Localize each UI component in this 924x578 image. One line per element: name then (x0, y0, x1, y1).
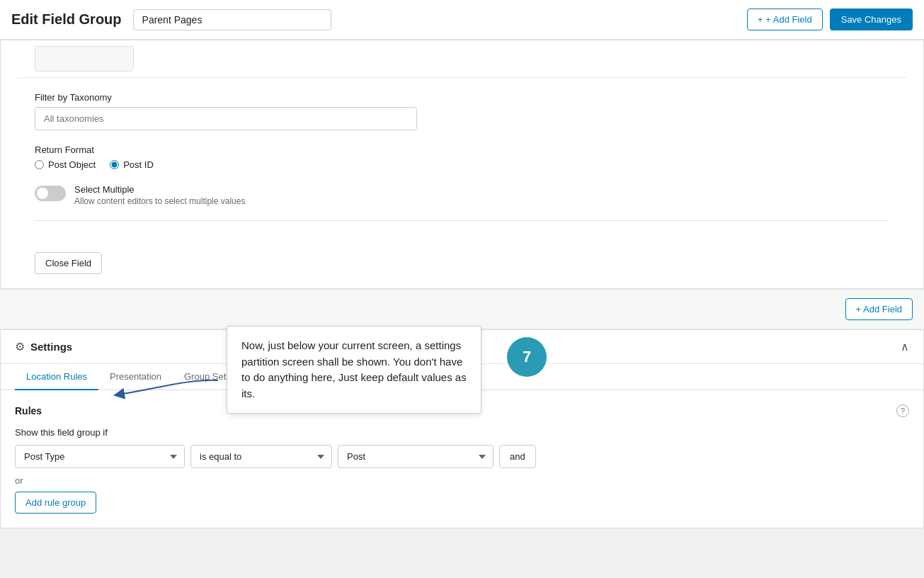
plus-icon: + (758, 14, 763, 25)
tab-location-rules-label: Location Rules (26, 371, 87, 382)
field-group-title-input[interactable] (133, 9, 331, 30)
top-bar-right: + + Add Field Save Changes (747, 8, 913, 30)
settings-header-left: ⚙ Settings (15, 340, 72, 353)
filter-taxonomy-label: Filter by Taxonomy (35, 92, 889, 103)
top-bar-left: Edit Field Group (11, 9, 331, 30)
divider (35, 220, 889, 221)
select-multiple-toggle[interactable] (35, 186, 66, 201)
return-format-options: Post Object Post ID (35, 159, 889, 170)
filter-taxonomy-group: Filter by Taxonomy (35, 92, 889, 130)
return-format-group: Return Format Post Object Post ID (35, 144, 889, 170)
add-rule-group-button[interactable]: Add rule group (15, 492, 96, 514)
page-title: Edit Field Group (11, 11, 122, 28)
toggle-row: Select Multiple Allow content editors to… (35, 184, 889, 206)
tab-location-rules[interactable]: Location Rules (15, 364, 98, 390)
or-label: or (15, 475, 909, 486)
close-field-button[interactable]: Close Field (35, 252, 102, 274)
step-number: 7 (523, 348, 531, 366)
field-form: Filter by Taxonomy Return Format Post Ob… (18, 78, 906, 241)
toggle-text: Select Multiple Allow content editors to… (74, 184, 245, 206)
toggle-slider (35, 186, 66, 201)
rule-row: Post Type is equal to Post and (15, 445, 909, 468)
radio-post-object-input[interactable] (35, 160, 44, 169)
collapsed-bar (35, 46, 134, 72)
return-format-label: Return Format (35, 144, 889, 155)
select-multiple-section: Select Multiple Allow content editors to… (35, 184, 889, 206)
show-if-label: Show this field group if (15, 427, 909, 438)
field-top-collapsed (18, 40, 906, 78)
annotation-tooltip: Now, just below your current screen, a s… (227, 326, 481, 414)
add-field-label: + Add Field (765, 14, 811, 25)
filter-taxonomy-input[interactable] (35, 107, 417, 130)
rule-col2-select[interactable]: is equal to (190, 445, 332, 468)
radio-post-object[interactable]: Post Object (35, 159, 96, 170)
annotation-arrow (105, 373, 232, 402)
settings-title: Settings (30, 341, 72, 353)
rule-col1-select[interactable]: Post Type (15, 445, 185, 468)
select-multiple-title: Select Multiple (74, 184, 245, 195)
rules-title: Rules (15, 405, 42, 416)
add-field-row: + Add Field (0, 289, 924, 329)
save-changes-button[interactable]: Save Changes (830, 8, 913, 30)
help-icon[interactable]: ? (896, 404, 909, 417)
add-field-button[interactable]: + + Add Field (747, 8, 823, 30)
rule-col3-select[interactable]: Post (338, 445, 494, 468)
top-bar: Edit Field Group + + Add Field Save Chan… (0, 0, 924, 40)
gear-icon: ⚙ (15, 340, 25, 353)
radio-post-id-label: Post ID (123, 159, 154, 170)
select-multiple-desc: Allow content editors to select multiple… (74, 196, 245, 206)
add-field-button-2[interactable]: + Add Field (845, 298, 913, 320)
field-editor-section: Filter by Taxonomy Return Format Post Ob… (0, 40, 924, 289)
radio-post-object-label: Post Object (48, 159, 96, 170)
step-badge: 7 (507, 337, 547, 377)
annotation-text: Now, just below your current screen, a s… (241, 339, 467, 400)
and-button[interactable]: and (499, 445, 536, 468)
radio-post-id-input[interactable] (110, 160, 119, 169)
radio-post-id[interactable]: Post ID (110, 159, 154, 170)
chevron-up-icon: ∧ (901, 340, 909, 353)
